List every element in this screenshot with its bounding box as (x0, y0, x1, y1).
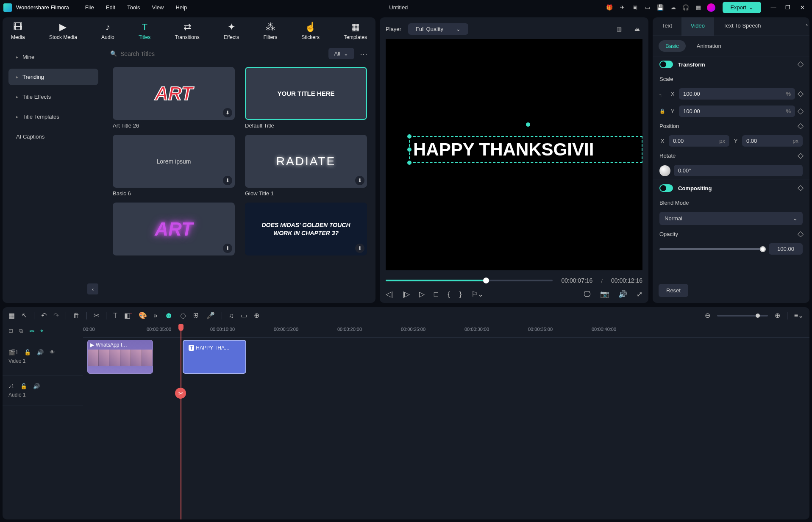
mute-icon[interactable]: 🔊 (37, 349, 44, 355)
inspector-tab-text[interactable]: Text (653, 17, 681, 36)
collapse-sidebar-button[interactable]: ‹ (87, 283, 98, 294)
close-button[interactable]: ✕ (796, 1, 809, 14)
menu-file[interactable]: File (79, 3, 100, 12)
add-marker-icon[interactable]: ⊕ (254, 311, 259, 319)
mark-in-button[interactable]: { (448, 290, 450, 299)
compare-icon[interactable]: ▥ (614, 24, 625, 35)
color-tool[interactable]: 🎨 (139, 311, 147, 319)
download-icon[interactable]: ⬇ (223, 244, 232, 253)
asset-tab-stock-media[interactable]: ▶Stock Media (49, 22, 77, 40)
cut-button[interactable]: ✂ (94, 311, 99, 319)
subtab-animation[interactable]: Animation (690, 40, 728, 52)
lock-icon[interactable]: 🔒 (659, 108, 666, 114)
marker-dd-button[interactable]: ⚐⌄ (471, 290, 484, 299)
headphones-icon[interactable]: 🎧 (680, 2, 691, 13)
asset-tab-titles[interactable]: TTitles (139, 22, 150, 40)
undo-button[interactable]: ↶ (41, 311, 47, 319)
display-icon[interactable]: 🖵 (584, 290, 591, 299)
tabs-overflow-icon[interactable]: › (806, 22, 808, 28)
menu-view[interactable]: View (146, 3, 170, 12)
export-button[interactable]: Export⌄ (723, 2, 761, 13)
playhead[interactable]: ✂ (181, 324, 181, 519)
asset-tab-stickers[interactable]: ☝Stickers (301, 22, 320, 40)
snapshot-button[interactable]: 📷 (600, 290, 609, 299)
asset-tab-audio[interactable]: ♪Audio (101, 22, 114, 40)
more-button[interactable]: ⋯ (359, 48, 370, 59)
panel-icon-2[interactable]: ▭ (642, 2, 653, 13)
keyframe-icon[interactable] (798, 91, 804, 97)
effects-icon[interactable]: ◌ (180, 311, 186, 319)
transform-toggle[interactable] (659, 61, 673, 68)
blend-mode-dropdown[interactable]: Normal⌄ (659, 212, 803, 225)
step-back-button[interactable]: |▷ (402, 290, 409, 299)
text-tool[interactable]: T (113, 312, 117, 319)
reset-button[interactable]: Reset (659, 284, 688, 297)
keyframe-icon[interactable] (798, 231, 804, 237)
mute-icon[interactable]: 🔊 (33, 383, 40, 389)
title-card[interactable]: DOES MIDAS' GOLDEN TOUCH WORK IN CHAPTER… (245, 203, 367, 258)
magnet-icon[interactable]: ⫘ (29, 328, 34, 334)
rotate-input[interactable]: 0.00° (674, 165, 803, 176)
link-clips-icon[interactable]: ⊡ (8, 328, 13, 334)
layout-icon[interactable]: ▦ (8, 311, 15, 319)
scale-x-input[interactable]: 100.00% (679, 88, 795, 100)
send-icon[interactable]: ✈ (617, 2, 628, 13)
progress-bar[interactable] (386, 280, 553, 281)
lock-icon[interactable]: 🔓 (20, 383, 27, 389)
minimize-button[interactable]: — (767, 1, 780, 14)
download-icon[interactable]: ⬇ (223, 108, 232, 117)
side-item-title-templates[interactable]: ▸Title Templates (8, 108, 98, 125)
title-card[interactable]: ART⬇ (113, 203, 235, 258)
zoom-slider[interactable] (717, 315, 768, 317)
inspector-tab-text-to-speech[interactable]: Text To Speech (714, 17, 770, 36)
apps-icon[interactable]: ▦ (693, 2, 704, 13)
title-card[interactable]: YOUR TITLE HEREDefault Title (245, 67, 367, 129)
zoom-in-button[interactable]: ⊕ (775, 311, 780, 319)
play-button[interactable]: ▷ (419, 290, 425, 299)
asset-tab-transitions[interactable]: ⇄Transitions (175, 22, 199, 40)
redo-button[interactable]: ↷ (53, 311, 59, 319)
more-tools[interactable]: » (154, 312, 158, 319)
inspector-tab-video[interactable]: Video (681, 17, 714, 36)
menu-tools[interactable]: Tools (121, 3, 146, 12)
quality-dropdown[interactable]: Full Quality⌄ (408, 23, 468, 35)
menu-help[interactable]: Help (170, 3, 193, 12)
cloud-icon[interactable]: ☁ (667, 2, 679, 13)
auto-ripple-icon[interactable]: ⌖ (40, 328, 43, 334)
title-overlay[interactable]: HAPPY THANKSGIVII (409, 136, 642, 163)
fullscreen-button[interactable]: ⤢ (637, 290, 642, 299)
rotate-knob[interactable] (659, 165, 670, 176)
opacity-slider[interactable] (659, 248, 763, 250)
select-tool[interactable]: ↖ (22, 311, 27, 319)
side-item-title-effects[interactable]: ▸Title Effects (8, 89, 98, 105)
mic-icon[interactable]: 🎤 (206, 311, 215, 319)
download-icon[interactable]: ⬇ (223, 176, 232, 185)
volume-button[interactable]: 🔊 (618, 290, 627, 299)
gift-icon[interactable]: 🎁 (604, 2, 615, 13)
mark-out-button[interactable]: } (459, 290, 462, 299)
keyframe-icon[interactable] (798, 153, 804, 158)
visibility-icon[interactable]: 👁 (50, 349, 55, 355)
asset-tab-filters[interactable]: ⁂Filters (264, 22, 278, 40)
link-icon[interactable]: ┐ (659, 92, 666, 97)
title-card[interactable]: RADIATE⬇Glow Title 1 (245, 135, 367, 197)
scissors-icon[interactable]: ✂ (175, 388, 186, 399)
compositing-toggle[interactable] (659, 184, 673, 192)
menu-edit[interactable]: Edit (100, 3, 121, 12)
audio-sync-icon[interactable]: ♫ (229, 312, 234, 319)
pos-y-input[interactable]: 0.00px (742, 135, 803, 147)
stop-button[interactable]: □ (434, 290, 438, 299)
player-canvas[interactable]: HAPPY THANKSGIVII (386, 39, 642, 270)
opacity-value[interactable]: 100.00 (769, 243, 803, 255)
shield-icon[interactable]: ⛨ (193, 312, 200, 319)
track-height-icon[interactable]: ≡⌄ (794, 311, 804, 319)
panel-icon-1[interactable]: ▣ (629, 2, 640, 13)
avatar[interactable] (706, 2, 717, 13)
side-item-trending[interactable]: ▸Trending (8, 69, 98, 85)
scope-icon[interactable]: ⛰ (631, 24, 642, 35)
delete-button[interactable]: 🗑 (73, 312, 80, 319)
scale-y-input[interactable]: 100.00% (679, 106, 795, 117)
save-icon[interactable]: 💾 (655, 2, 666, 13)
side-item-ai-captions[interactable]: AI Captions (8, 128, 98, 145)
crop-tool[interactable]: ◧• (124, 311, 132, 319)
